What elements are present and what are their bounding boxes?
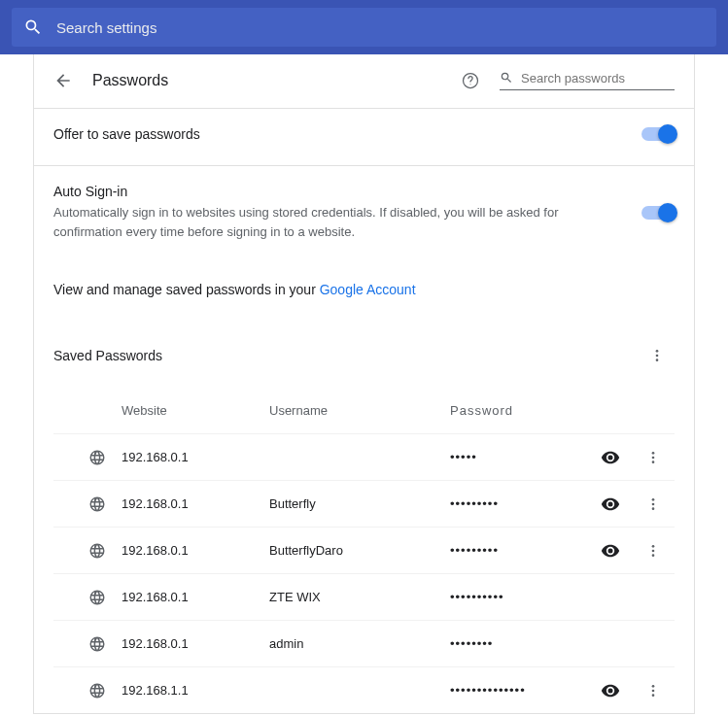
- table-row: 192.168.0.1Butterfly•••••••••: [53, 480, 675, 527]
- svg-point-15: [652, 689, 655, 692]
- site-cell[interactable]: 192.168.1.1: [121, 683, 189, 698]
- table-row: 192.168.0.1ButterflyDaro•••••••••: [53, 527, 675, 573]
- saved-passwords-title: Saved Passwords: [53, 348, 640, 363]
- site-cell[interactable]: 192.168.0.1: [121, 590, 189, 604]
- auto-signin-toggle[interactable]: [641, 206, 675, 220]
- search-icon: [500, 70, 513, 85]
- password-cell: •••••: [450, 450, 576, 464]
- google-account-link[interactable]: Google Account: [320, 282, 416, 297]
- svg-point-8: [652, 498, 655, 501]
- password-cell: ••••••••••••••: [450, 683, 576, 698]
- user-cell: ZTE WIX: [269, 590, 450, 604]
- back-arrow-icon[interactable]: [53, 71, 73, 90]
- saved-more-button[interactable]: [640, 338, 675, 373]
- svg-point-10: [652, 507, 655, 510]
- row-more-button[interactable]: [636, 673, 671, 708]
- show-password-button[interactable]: [593, 440, 628, 475]
- page-header: Passwords: [34, 54, 694, 108]
- manage-link-row: View and manage saved passwords in your …: [34, 264, 694, 315]
- table-header: Website Username Password: [53, 387, 675, 433]
- auto-signin-desc: Automatically sign in to websites using …: [53, 203, 578, 241]
- help-icon[interactable]: [461, 71, 480, 90]
- row-more-button[interactable]: [636, 440, 671, 475]
- table-row: 192.168.1.1••••••••••••••: [53, 666, 675, 713]
- svg-point-16: [652, 694, 655, 697]
- more-vert-icon: [649, 348, 665, 363]
- col-website: Website: [88, 403, 269, 418]
- password-cell: ••••••••••: [450, 590, 576, 604]
- settings-search[interactable]: Search settings: [12, 8, 716, 47]
- svg-point-11: [652, 545, 655, 548]
- manage-prefix: View and manage saved passwords in your: [53, 282, 320, 297]
- user-cell: ButterflyDaro: [269, 543, 450, 558]
- page-title: Passwords: [92, 72, 168, 89]
- search-icon: [23, 17, 43, 37]
- password-cell: •••••••••: [450, 496, 576, 511]
- site-cell[interactable]: 192.168.0.1: [121, 496, 189, 511]
- offer-save-toggle[interactable]: [641, 127, 675, 141]
- row-more-button[interactable]: [636, 533, 671, 568]
- row-more-button[interactable]: [636, 487, 671, 522]
- site-cell[interactable]: 192.168.0.1: [121, 636, 189, 651]
- table-row: 192.168.0.1admin••••••••: [53, 620, 675, 666]
- top-search-bar: Search settings: [0, 0, 728, 54]
- show-password-button[interactable]: [593, 533, 628, 568]
- auto-signin-section: Auto Sign-in Automatically sign in to we…: [34, 165, 694, 264]
- password-search[interactable]: [500, 70, 675, 90]
- user-cell: admin: [269, 636, 450, 651]
- svg-point-12: [652, 549, 655, 552]
- col-password: Password: [450, 403, 576, 418]
- show-password-button[interactable]: [593, 673, 628, 708]
- auto-signin-label: Auto Sign-in: [53, 184, 641, 199]
- col-username: Username: [269, 403, 450, 418]
- saved-passwords-section: Saved Passwords Website Username Passwor…: [34, 315, 694, 713]
- svg-point-2: [656, 350, 659, 353]
- offer-save-section: Offer to save passwords: [34, 108, 694, 165]
- password-cell: •••••••••: [450, 543, 576, 558]
- user-cell: Butterfly: [269, 496, 450, 511]
- svg-point-7: [652, 460, 655, 463]
- settings-search-placeholder: Search settings: [56, 19, 156, 36]
- passwords-table: Website Username Password 192.168.0.1•••…: [53, 387, 675, 713]
- svg-point-6: [652, 456, 655, 459]
- svg-point-14: [652, 685, 655, 688]
- table-row: 192.168.0.1•••••: [53, 433, 675, 480]
- show-password-button[interactable]: [593, 487, 628, 522]
- svg-point-3: [656, 355, 659, 358]
- passwords-page: Passwords Offer to save passwords Auto S…: [33, 54, 695, 714]
- site-cell[interactable]: 192.168.0.1: [121, 543, 189, 558]
- svg-point-5: [652, 452, 655, 455]
- password-search-input[interactable]: [521, 71, 675, 85]
- svg-point-13: [652, 554, 655, 557]
- site-cell[interactable]: 192.168.0.1: [121, 450, 189, 464]
- svg-point-4: [656, 358, 659, 361]
- password-cell: ••••••••: [450, 636, 576, 651]
- table-row: 192.168.0.1ZTE WIX••••••••••: [53, 573, 675, 620]
- svg-point-9: [652, 502, 655, 505]
- svg-point-1: [470, 84, 471, 85]
- offer-save-label: Offer to save passwords: [53, 126, 641, 142]
